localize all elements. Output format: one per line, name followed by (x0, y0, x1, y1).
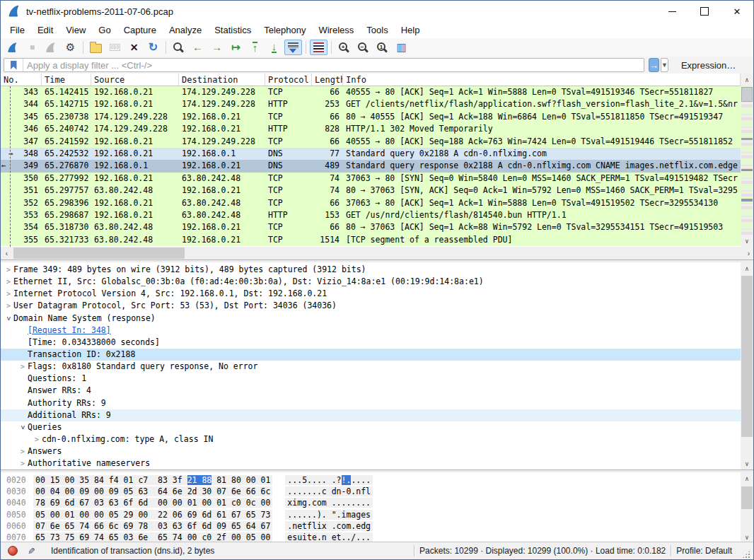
detail-line[interactable]: Questions: 1 (1, 373, 753, 385)
packet-row[interactable]: 34565.230738174.129.249.228192.168.0.21T… (1, 111, 741, 123)
menu-view[interactable]: View (59, 23, 92, 37)
packet-row[interactable]: 34865.242532192.168.0.21192.168.0.1DNS77… (1, 148, 741, 160)
maximize-button[interactable] (688, 1, 721, 22)
hscrollbar-thumb[interactable] (13, 247, 185, 259)
filter-dropdown-caret[interactable]: ▼ (661, 58, 668, 72)
detail-line[interactable]: >Flags: 0x8180 Standard query response, … (1, 361, 753, 373)
expression-button[interactable]: Expression… (677, 59, 740, 72)
zoom-100-icon[interactable]: 1 (373, 40, 391, 55)
collapsed-arrow-icon[interactable]: > (18, 457, 28, 469)
detail-line[interactable]: Additional RRs: 9 (1, 409, 753, 421)
menu-edit[interactable]: Edit (31, 23, 59, 37)
request-in-link[interactable]: [Request In: 348] (28, 325, 111, 335)
go-first-packet-icon[interactable]: ↑ (246, 40, 264, 55)
reload-file-icon[interactable]: ↻ (144, 40, 162, 55)
menu-go[interactable]: Go (92, 23, 117, 37)
column-header-destination[interactable]: Destination (179, 74, 265, 86)
collapsed-arrow-icon[interactable]: > (18, 361, 28, 373)
capture-comment-icon[interactable]: ✎ (28, 546, 35, 556)
menu-analyze[interactable]: Analyze (163, 23, 208, 37)
detail-line[interactable]: >Authoritative nameservers (1, 457, 753, 469)
detail-line[interactable]: >cdn-0.nflximg.com: type A, class IN (1, 433, 753, 445)
column-header-info[interactable]: Info (343, 74, 741, 86)
scroll-up-icon[interactable]: ∧ (741, 262, 753, 274)
scroll-right-icon[interactable]: › (743, 247, 754, 259)
scrollbar-thumb[interactable] (741, 87, 753, 102)
detail-line[interactable]: >Frame 349: 489 bytes on wire (3912 bits… (1, 264, 753, 276)
packet-row[interactable]: 35565.32173363.80.242.48192.168.0.21TCP1… (1, 234, 741, 246)
menu-help[interactable]: Help (395, 23, 427, 37)
close-file-icon[interactable]: ✕ (125, 40, 143, 55)
packet-list-scrollbar[interactable]: ∧ ∨ (741, 74, 753, 247)
collapsed-arrow-icon[interactable]: > (4, 276, 13, 288)
find-packet-icon[interactable] (170, 40, 187, 55)
packet-row[interactable]: 35265.298396192.168.0.2163.80.242.48TCP6… (1, 197, 741, 209)
display-filter-input[interactable] (4, 58, 644, 72)
detail-line[interactable]: [Request In: 348] (1, 325, 753, 337)
packet-row[interactable]: 34465.142715192.168.0.21174.129.249.228H… (1, 98, 741, 110)
go-back-icon[interactable]: ← (189, 40, 207, 55)
menu-telephony[interactable]: Telephony (257, 23, 312, 37)
scrollbar-thumb[interactable] (741, 486, 753, 509)
detail-line[interactable]: Transaction ID: 0x2188 (1, 349, 753, 361)
expanded-arrow-icon[interactable]: > (2, 313, 14, 323)
collapsed-arrow-icon[interactable]: > (4, 288, 13, 300)
colorize-icon[interactable] (310, 40, 327, 55)
filter-bookmark-icon[interactable] (4, 59, 23, 71)
detail-line[interactable]: >Domain Name System (response) (1, 313, 753, 325)
scroll-left-icon[interactable]: ‹ (1, 247, 13, 259)
detail-line[interactable]: >Ethernet II, Src: Globalsc_00:3b:0a (f0… (1, 276, 753, 288)
zoom-in-icon[interactable]: + (335, 40, 353, 55)
capture-options-icon[interactable]: ⚙ (62, 40, 79, 55)
packet-row[interactable]: 35065.277992192.168.0.2163.80.242.48TCP7… (1, 173, 741, 185)
add-filter-button[interactable]: + (747, 59, 754, 71)
menu-tools[interactable]: Tools (360, 23, 394, 37)
start-capture-icon[interactable] (4, 40, 22, 55)
resize-columns-icon[interactable]: ▥ (393, 40, 410, 55)
packet-row[interactable]: 35365.298687192.168.0.2163.80.242.48HTTP… (1, 209, 741, 221)
hex-row[interactable]: 002000 15 00 35 84 f4 01 c7 83 3f 21 88 … (1, 474, 753, 486)
scrollbar-thumb[interactable] (741, 276, 753, 437)
column-header-length[interactable]: Length (312, 74, 343, 86)
details-scrollbar[interactable]: ∧ ∨ (741, 262, 753, 469)
column-header-no[interactable]: No. (1, 74, 42, 86)
minimize-button[interactable] (656, 1, 688, 22)
menu-capture[interactable]: Capture (117, 23, 163, 37)
hex-row[interactable]: 003000 04 00 09 00 09 05 63 64 6e 2d 30 … (1, 486, 753, 497)
hex-row[interactable]: 006007 6e 65 74 66 6c 69 78 03 63 6f 6d … (1, 520, 753, 532)
detail-line[interactable]: Authority RRs: 9 (1, 397, 753, 409)
menu-wireless[interactable]: Wireless (312, 23, 360, 37)
packet-list-hscrollbar[interactable]: ‹ › (1, 247, 754, 259)
zoom-out-icon[interactable]: − (354, 40, 372, 55)
collapsed-arrow-icon[interactable]: > (4, 264, 13, 276)
resize-grip[interactable] (742, 550, 750, 559)
packet-row[interactable]: 35465.31873063.80.242.48192.168.0.21TCP6… (1, 221, 741, 233)
go-last-packet-icon[interactable]: ↓ (265, 40, 283, 55)
bytes-scrollbar[interactable]: ∧ ∨ (741, 472, 753, 543)
collapsed-arrow-icon[interactable]: > (18, 445, 28, 457)
close-button[interactable]: ✕ (721, 1, 753, 22)
menu-statistics[interactable]: Statistics (208, 23, 257, 37)
collapsed-arrow-icon[interactable]: > (32, 433, 42, 445)
column-header-source[interactable]: Source (91, 74, 179, 86)
column-header-time[interactable]: Time (42, 74, 91, 86)
packet-minimap[interactable] (741, 86, 753, 235)
column-header-protocol[interactable]: Protocol (265, 74, 312, 86)
go-forward-icon[interactable]: → (208, 40, 226, 55)
hex-row[interactable]: 004078 69 6d 67 03 63 6f 6d 00 00 01 00 … (1, 497, 753, 508)
scroll-up-icon[interactable]: ∧ (741, 472, 753, 484)
detail-line[interactable]: [Time: 0.034338000 seconds] (1, 337, 753, 349)
scroll-up-icon[interactable]: ∧ (741, 74, 753, 86)
packet-row[interactable]: 35165.29775763.80.242.48192.168.0.21TCP7… (1, 185, 741, 197)
profile-text[interactable]: Profile: Default (676, 546, 732, 556)
detail-line[interactable]: >Answers (1, 445, 753, 457)
expanded-arrow-icon[interactable]: > (16, 422, 28, 432)
detail-line[interactable]: >User Datagram Protocol, Src Port: 53 (5… (1, 300, 753, 312)
scroll-down-icon[interactable]: ∨ (741, 235, 753, 247)
menu-file[interactable]: File (4, 23, 31, 37)
hex-row[interactable]: 005005 00 01 00 00 05 29 00 22 06 69 6d … (1, 509, 753, 520)
auto-scroll-icon[interactable] (284, 40, 302, 55)
go-to-packet-icon[interactable]: ↦ (227, 40, 245, 55)
collapsed-arrow-icon[interactable]: > (4, 300, 13, 312)
packet-row[interactable]: 34765.241592192.168.0.21174.129.249.228T… (1, 136, 741, 148)
